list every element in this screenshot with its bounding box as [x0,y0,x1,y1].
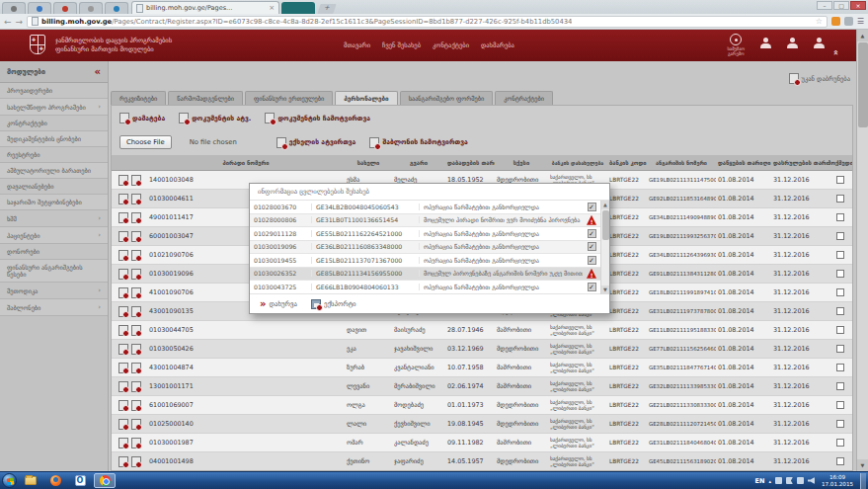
tray-display-icon[interactable] [797,477,804,484]
active-browser-tab[interactable]: billing.moh.gov.ge/Pages… × [131,1,279,14]
window-minimize-button[interactable]: – [817,1,832,10]
scrollbar-thumb[interactable] [602,210,609,240]
delete-icon[interactable] [131,344,141,355]
scroll-down-icon[interactable]: ▼ [857,459,868,471]
toolbar-action-button[interactable]: დოკუმენტის ჩამოტვირთვა [265,113,370,123]
tab[interactable]: რეკვიზიტები [111,91,166,105]
user-icon[interactable] [760,38,771,48]
delete-icon[interactable] [131,250,141,261]
browser-tab[interactable] [2,2,26,14]
table-row[interactable]: 01030044705 დავით მაისურაძე 28.07.1946 მ… [112,321,853,340]
header-nav-link[interactable]: კონტაქტები [433,41,469,49]
edit-icon[interactable] [118,344,128,355]
sidebar-item[interactable]: შაბლონები › [0,299,108,316]
extension-icon[interactable] [844,17,853,26]
tab[interactable]: კონტრაქტები [495,91,553,105]
active-checkbox[interactable] [836,364,844,371]
scrollbar-thumb[interactable] [858,42,868,127]
tab[interactable]: ფინანსური ერთეულები [245,91,333,105]
table-row[interactable]: 61001069007 ოლგა მოდებაძე 01.01.1973 მდე… [112,396,853,415]
delete-icon[interactable] [131,231,141,242]
sidebar-item[interactable]: საჯარიმო შეტყობინებები [0,195,108,210]
tab[interactable]: წარმომადგენლები [168,91,243,105]
edit-icon[interactable] [118,194,128,204]
col-header-birth-date[interactable]: დაბადების თარიღი [445,160,495,166]
tray-action-center-icon[interactable] [786,477,793,484]
sidebar-item[interactable]: კონტრაქტები [0,116,108,131]
edit-icon[interactable] [118,419,128,430]
active-checkbox[interactable] [836,439,844,447]
bookmark-star-icon[interactable]: ☆ [816,17,823,26]
delete-icon[interactable] [131,456,141,467]
col-header-bank-code[interactable]: ბანკის კოდი [607,160,647,166]
chrome-menu-icon[interactable]: ☰ [857,17,864,26]
header-nav-link[interactable]: ჩვენ შესახებ [382,41,421,49]
delete-icon[interactable] [131,287,141,298]
taskbar-clock[interactable]: 16:09 17.01.2015 [822,474,853,487]
browser-tab[interactable] [281,2,315,14]
page-scrollbar[interactable]: ▲ ▼ [856,30,868,471]
sidebar-item[interactable]: ხშმ › [0,210,108,227]
sidebar-item[interactable]: დავალიანებები [0,179,108,195]
active-checkbox[interactable] [836,213,844,221]
tab-close-icon[interactable]: × [269,4,275,12]
active-checkbox[interactable] [836,232,844,240]
edit-icon[interactable] [118,381,128,392]
tray-network-icon[interactable] [775,477,782,484]
choose-file-button[interactable]: Choose File [119,135,172,149]
modal-close-button[interactable]: » დახურვა [260,299,297,309]
edit-icon[interactable] [118,363,128,373]
active-checkbox[interactable] [836,270,844,278]
tray-volume-icon[interactable] [808,477,815,484]
delete-icon[interactable] [131,419,141,430]
header-nav-link[interactable]: დახმარება [481,41,514,49]
edit-icon[interactable] [118,212,128,223]
active-checkbox[interactable] [836,307,844,315]
col-header-first-name[interactable]: სახელი [345,160,392,166]
taskbar-firefox-button[interactable] [44,473,66,488]
modal-result-row[interactable]: 01030019096 GE36LB0211160863348000 ოპერა… [250,241,600,255]
delete-icon[interactable] [131,381,141,392]
col-header-end-date[interactable]: დასრულების თარიღი [771,160,829,166]
toolbar-action-button[interactable]: დამატება [119,113,165,123]
active-checkbox[interactable] [836,326,844,334]
col-header-surname[interactable]: გვარი [392,160,445,166]
taskbar-chrome-button[interactable] [94,473,116,488]
sidebar-item[interactable]: პროვაიდერები [0,83,108,99]
sidebar-item[interactable]: ამბულატორიული ბარათები [0,163,108,179]
delete-icon[interactable] [131,175,141,186]
active-checkbox[interactable] [836,176,844,184]
edit-icon[interactable] [118,438,128,448]
modal-export-button[interactable]: ექსპორტი [311,299,356,309]
active-checkbox[interactable] [836,401,844,409]
modal-scrollbar[interactable]: ▲ ▼ [600,201,609,294]
browser-tab[interactable] [105,2,128,14]
taskbar-outlook-button[interactable]: O [69,473,91,488]
back-link[interactable]: უკან დაბრუნება [789,73,850,84]
active-checkbox[interactable] [836,345,844,353]
modal-result-row[interactable]: 01028000806 GE31LB0T1100136651454 მოცემუ… [250,214,600,228]
browser-tab[interactable] [53,2,77,14]
workspace-widget[interactable]: სამუშაოგარემო [728,34,746,56]
table-row[interactable]: 13001001171 ლევანი მერაბიშვილი 02.06.197… [112,377,853,396]
table-row[interactable]: 01030050426 ეკა ჯავახიშვილი 03.12.1969 მ… [112,340,853,359]
sidebar-item[interactable]: მეთოდიკა › [0,283,108,299]
language-indicator[interactable]: EN [755,477,765,485]
col-header-gender[interactable]: სქესი [495,160,548,166]
sidebar-item[interactable]: დონორები [0,244,108,260]
scroll-down-icon[interactable]: ▼ [601,285,609,294]
taskbar-explorer-button[interactable] [20,473,41,488]
browser-tab[interactable] [79,2,103,14]
active-checkbox[interactable] [836,288,844,296]
sidebar-item[interactable]: პაციენტები › [0,227,108,244]
modal-result-row[interactable]: 01028003670 GE34LB2B0048045060543 ოპერაც… [250,201,600,214]
active-checkbox[interactable] [836,420,844,428]
table-row[interactable]: 01030001987 ომარ კალანდაძე 09.11.1982 მა… [112,434,853,452]
modal-result-row[interactable]: 01030043725 GE66LB1B0904804060133 ოპერაც… [250,281,600,293]
table-row[interactable]: 01025000140 ლალი ქევხიშვილი 19.08.1945 მ… [112,415,853,434]
extension-icon[interactable] [831,17,840,26]
delete-icon[interactable] [131,269,141,280]
start-button[interactable] [2,473,17,488]
table-row[interactable]: 43001004874 ზურაბ კვანტალიანი 10.07.1958… [112,359,853,377]
edit-icon[interactable] [118,287,128,298]
